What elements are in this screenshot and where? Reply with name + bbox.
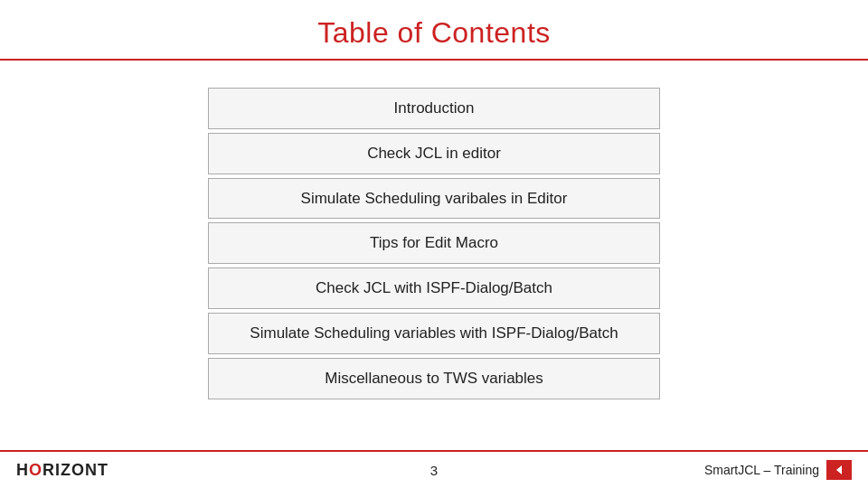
toc-item-5[interactable]: Check JCL with ISPF-Dialog/Batch <box>208 267 660 309</box>
footer-logo-text: HORIZONT <box>16 461 108 480</box>
page-header: Table of Contents <box>0 0 868 61</box>
footer-right: SmartJCL – Training <box>704 460 852 480</box>
toc-item-4[interactable]: Tips for Edit Macro <box>208 222 660 264</box>
svg-marker-0 <box>836 465 842 474</box>
footer-brand: SmartJCL – Training <box>704 463 819 477</box>
toc-item-3[interactable]: Simulate Scheduling varibales in Editor <box>208 178 660 220</box>
footer-page-number: 3 <box>430 463 438 478</box>
logo-rizont: RIZONT <box>42 461 108 479</box>
page-footer: HORIZONT 3 SmartJCL – Training <box>0 450 868 488</box>
logo-r: O <box>29 461 42 479</box>
toc-list: Introduction Check JCL in editor Simulat… <box>0 61 868 403</box>
nav-back-button[interactable] <box>826 460 852 480</box>
toc-item-2[interactable]: Check JCL in editor <box>208 133 660 174</box>
toc-item-1[interactable]: Introduction <box>208 88 660 129</box>
footer-logo: HORIZONT <box>16 461 108 480</box>
logo-ho: H <box>16 461 29 479</box>
toc-item-7[interactable]: Miscellaneous to TWS variables <box>208 358 660 399</box>
page-title: Table of Contents <box>0 16 868 50</box>
toc-item-6[interactable]: Simulate Scheduling variables with ISPF-… <box>208 313 660 354</box>
